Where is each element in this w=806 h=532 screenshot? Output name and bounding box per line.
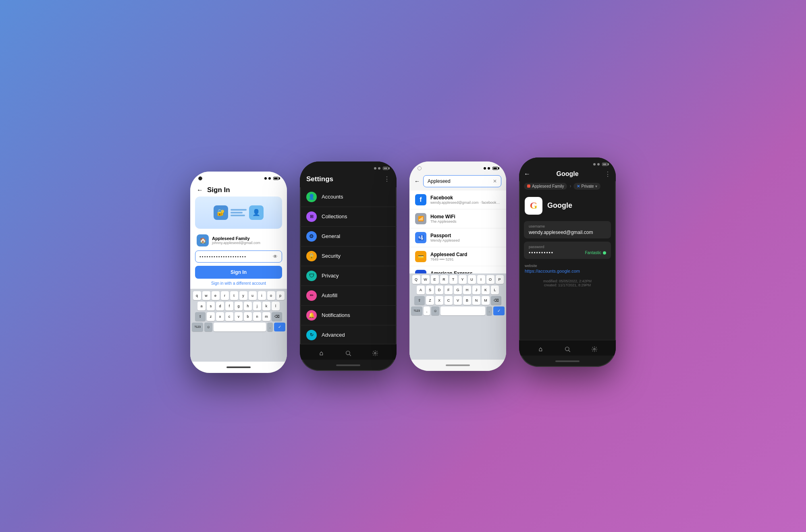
detail-more-btn[interactable]: ⋮	[604, 170, 611, 178]
kb3-delete[interactable]: ⌫	[491, 296, 501, 305]
password-field-detail[interactable]: password •••••••••• Fantastic	[524, 242, 611, 259]
key-z[interactable]: z	[207, 312, 215, 321]
search-input[interactable]: Appleseed ✕	[423, 175, 501, 187]
key-space[interactable]	[214, 323, 266, 331]
settings-item-advanced[interactable]: ↻ Advanced	[300, 325, 397, 344]
kb3-t[interactable]: T	[449, 275, 457, 284]
kb3-l[interactable]: L	[491, 286, 499, 294]
key-r[interactable]: r	[221, 291, 229, 300]
settings-item-privacy[interactable]: 🛡 Privacy	[300, 266, 397, 286]
breadcrumb-family[interactable]: Appleseed Family	[524, 183, 567, 190]
more-menu-btn[interactable]: ⋮	[384, 175, 390, 183]
key-p[interactable]: p	[276, 291, 285, 300]
nav-settings-2[interactable]	[370, 348, 380, 358]
key-b[interactable]: b	[244, 312, 252, 321]
kb3-b[interactable]: B	[463, 296, 471, 305]
result-appleseed-card[interactable]: 💳 Appleseed Card 7649 •••• 5291	[409, 247, 506, 266]
nav-home-2[interactable]: ⌂	[316, 348, 326, 358]
result-amex[interactable]: AMEX American Express 6539 •••• 2394	[409, 266, 506, 273]
kb3-i[interactable]: I	[477, 275, 485, 284]
kb3-f[interactable]: F	[445, 286, 453, 294]
signin-alt-link[interactable]: Sign in with a different account	[190, 281, 287, 286]
kb3-k[interactable]: K	[482, 286, 490, 294]
key-e[interactable]: e	[212, 291, 220, 300]
kb3-q[interactable]: Q	[412, 275, 420, 284]
key-numbers[interactable]: ?123	[192, 323, 203, 331]
key-h[interactable]: h	[244, 302, 252, 311]
kb3-u[interactable]: U	[468, 275, 476, 284]
kb3-a[interactable]: A	[417, 286, 425, 294]
key-shift[interactable]: ⇧	[195, 312, 206, 321]
key-j[interactable]: j	[253, 302, 261, 311]
eye-icon[interactable]: 👁	[273, 254, 278, 259]
kb3-numbers[interactable]: ?123	[411, 306, 422, 315]
back-button-1[interactable]: ←	[197, 186, 203, 194]
key-o[interactable]: o	[267, 291, 275, 300]
website-url[interactable]: https://accounts.google.com	[525, 269, 610, 273]
key-g[interactable]: g	[235, 302, 243, 311]
settings-item-autofill[interactable]: ✏ Autofill	[300, 286, 397, 306]
private-tag[interactable]: ✕ Private ▾	[573, 183, 600, 190]
search-clear-btn[interactable]: ✕	[493, 178, 497, 184]
nav-search-4[interactable]	[563, 344, 572, 354]
key-c[interactable]: c	[225, 312, 233, 321]
kb3-done[interactable]: ✓	[493, 306, 505, 315]
kb3-y[interactable]: Y	[459, 275, 467, 284]
nav-settings-4[interactable]	[590, 344, 599, 354]
kb3-j[interactable]: J	[472, 286, 480, 294]
kb3-h[interactable]: H	[463, 286, 471, 294]
kb3-z[interactable]: Z	[426, 296, 434, 305]
kb3-x[interactable]: X	[435, 296, 443, 305]
key-i[interactable]: i	[258, 291, 266, 300]
kb3-w[interactable]: W	[422, 275, 430, 284]
kb3-space[interactable]	[440, 306, 485, 315]
settings-item-collections[interactable]: ⊞ Collections	[300, 207, 397, 227]
result-passport[interactable]: 🛂 Passport Wendy Appleseed	[409, 228, 506, 247]
kb3-c[interactable]: C	[445, 296, 453, 305]
kb3-shift[interactable]: ⇧	[414, 296, 425, 305]
key-f[interactable]: f	[225, 302, 233, 311]
kb3-p[interactable]: P	[496, 275, 504, 284]
settings-item-general[interactable]: ⚙ General	[300, 227, 397, 246]
kb3-g[interactable]: G	[454, 286, 462, 294]
kb3-o[interactable]: O	[486, 275, 494, 284]
kb3-e[interactable]: E	[431, 275, 439, 284]
key-delete[interactable]: ⌫	[272, 312, 282, 321]
key-done[interactable]: ✓	[274, 323, 285, 331]
key-q[interactable]: q	[193, 291, 201, 300]
result-wifi[interactable]: 📶 Home WiFi The Appleseeds	[409, 209, 506, 228]
result-facebook[interactable]: f Facebook wendy.appleseed@gmail.com · f…	[409, 190, 506, 209]
kb3-period[interactable]: .	[486, 306, 492, 315]
search-back-btn[interactable]: ←	[414, 178, 420, 184]
detail-back-btn[interactable]: ←	[524, 170, 530, 178]
kb3-n[interactable]: N	[472, 296, 480, 305]
key-t[interactable]: t	[230, 291, 238, 300]
key-n[interactable]: n	[253, 312, 261, 321]
key-w[interactable]: w	[202, 291, 210, 300]
settings-item-accounts[interactable]: 👤 Accounts	[300, 187, 397, 207]
kb3-r[interactable]: R	[440, 275, 448, 284]
key-x[interactable]: x	[216, 312, 224, 321]
signin-button[interactable]: Sign In	[195, 266, 282, 279]
key-u[interactable]: u	[249, 291, 257, 300]
key-d[interactable]: d	[216, 302, 224, 311]
nav-home-4[interactable]: ⌂	[536, 344, 545, 354]
password-field[interactable]: •••••••••••••••••••• 👁	[195, 250, 282, 263]
key-v[interactable]: v	[235, 312, 243, 321]
kb3-d[interactable]: D	[435, 286, 443, 294]
kb3-comma[interactable]: ,	[424, 306, 430, 315]
key-l[interactable]: l	[272, 302, 280, 311]
key-emoji[interactable]: ☺	[204, 323, 212, 331]
nav-search-2[interactable]	[343, 348, 353, 358]
settings-item-security[interactable]: 🔒 Security	[300, 246, 397, 266]
settings-item-notifications[interactable]: 🔔 Notifications	[300, 306, 397, 325]
kb3-s[interactable]: S	[426, 286, 434, 294]
key-m[interactable]: m	[262, 312, 270, 321]
key-period[interactable]: .	[267, 323, 273, 331]
key-a[interactable]: a	[197, 302, 206, 311]
kb3-v[interactable]: V	[454, 296, 462, 305]
username-field[interactable]: username wendy.appleseed@gmail.com	[524, 221, 611, 238]
key-k[interactable]: k	[262, 302, 270, 311]
key-y[interactable]: y	[239, 291, 247, 300]
kb3-m[interactable]: M	[482, 296, 490, 305]
